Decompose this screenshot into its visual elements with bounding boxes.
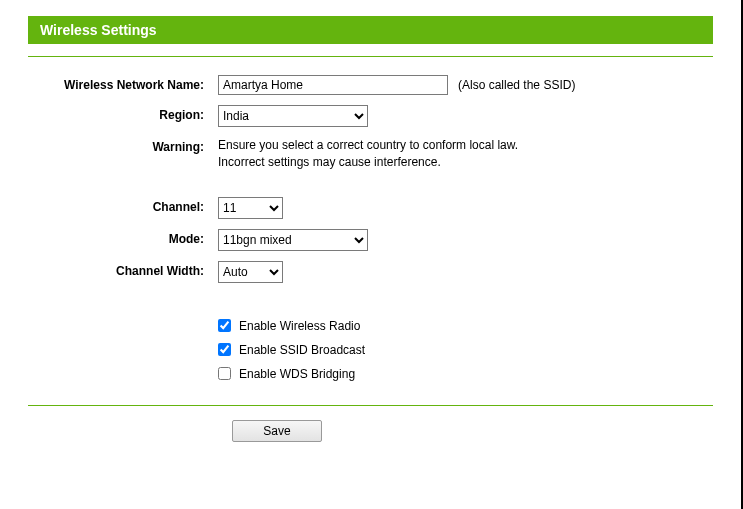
enable-wireless-radio-checkbox[interactable] bbox=[218, 319, 231, 332]
enable-wireless-radio-label[interactable]: Enable Wireless Radio bbox=[239, 319, 360, 333]
save-button[interactable]: Save bbox=[232, 420, 322, 442]
divider-bottom bbox=[28, 405, 713, 406]
mode-select[interactable]: 11bgn mixed bbox=[218, 229, 368, 251]
channel-label: Channel: bbox=[28, 197, 218, 214]
mode-label: Mode: bbox=[28, 229, 218, 246]
enable-ssid-broadcast-label[interactable]: Enable SSID Broadcast bbox=[239, 343, 365, 357]
ssid-input[interactable] bbox=[218, 75, 448, 95]
warning-text: Ensure you select a correct country to c… bbox=[218, 137, 518, 171]
enable-wds-bridging-checkbox[interactable] bbox=[218, 367, 231, 380]
page-title: Wireless Settings bbox=[28, 16, 713, 44]
warning-line2: Incorrect settings may cause interferenc… bbox=[218, 155, 441, 169]
enable-ssid-broadcast-checkbox[interactable] bbox=[218, 343, 231, 356]
region-label: Region: bbox=[28, 105, 218, 122]
warning-line1: Ensure you select a correct country to c… bbox=[218, 138, 518, 152]
region-select[interactable]: India bbox=[218, 105, 368, 127]
divider-top bbox=[28, 56, 713, 57]
ssid-hint: (Also called the SSID) bbox=[458, 78, 575, 92]
channel-width-label: Channel Width: bbox=[28, 261, 218, 278]
warning-label: Warning: bbox=[28, 137, 218, 154]
channel-width-select[interactable]: Auto bbox=[218, 261, 283, 283]
ssid-label: Wireless Network Name: bbox=[28, 75, 218, 92]
channel-select[interactable]: 11 bbox=[218, 197, 283, 219]
enable-wds-bridging-label[interactable]: Enable WDS Bridging bbox=[239, 367, 355, 381]
